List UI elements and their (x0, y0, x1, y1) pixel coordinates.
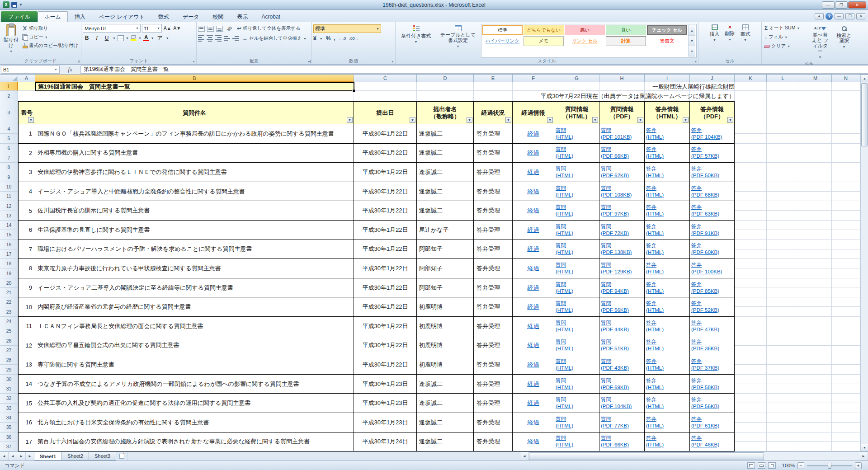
filter-dropdown-icon[interactable]: ▼ (505, 117, 511, 123)
question-pdf-link[interactable]: (PDF 138KB) (601, 249, 632, 256)
number-dialog-launcher-icon[interactable] (391, 60, 394, 63)
empty-cell[interactable] (832, 297, 860, 317)
empty-cell[interactable] (799, 124, 832, 144)
row-header-3[interactable]: 3 (0, 101, 18, 124)
cell-question-pdf-link[interactable]: 質問(PDF 69KB) (599, 375, 645, 394)
question-pdf-link[interactable]: 質問 (601, 242, 611, 249)
find-select-button[interactable]: 検索と 選択▼ (834, 24, 854, 61)
filter-dropdown-icon[interactable]: ▼ (637, 117, 643, 123)
cell-question-html-link[interactable]: 質問(HTML) (554, 375, 599, 394)
row-header-35[interactable]: 35 (0, 423, 18, 432)
cell-submitter[interactable]: 初鹿明博 (417, 297, 474, 317)
select-all-corner[interactable] (0, 75, 18, 82)
question-pdf-link[interactable]: (PDF 66KB) (601, 153, 629, 160)
progress-link[interactable]: 経過 (528, 207, 539, 215)
cell-style-bad[interactable]: 悪い (565, 25, 605, 35)
empty-cell[interactable] (474, 91, 513, 101)
cell-question-pdf-link[interactable]: 質問(PDF 66KB) (599, 144, 645, 163)
cell-date[interactable]: 平成30年1月23日 (354, 394, 417, 413)
column-header-H[interactable]: H (599, 75, 645, 82)
answer-html-link[interactable]: (HTML) (646, 326, 664, 333)
question-html-link[interactable]: (HTML) (556, 345, 573, 352)
empty-cell[interactable] (735, 144, 767, 163)
row-header-29[interactable]: 29 (0, 365, 18, 374)
autosum-button[interactable]: Σオート SUM▼ (763, 24, 807, 32)
question-pdf-link[interactable]: 質問 (601, 396, 611, 403)
cell-answer-pdf-link[interactable]: 答弁(PDF 56KB) (690, 394, 735, 413)
answer-html-link[interactable]: (HTML) (646, 211, 664, 217)
merge-center-button[interactable]: ↔セルを結合して中央揃え▼ (241, 35, 308, 42)
row-header-11[interactable]: 11 (0, 192, 18, 201)
answer-html-link[interactable]: 答弁 (646, 396, 656, 403)
cell-answer-html-link[interactable]: 答弁(HTML) (645, 240, 690, 259)
answer-pdf-link[interactable]: 答弁 (691, 127, 702, 134)
empty-cell[interactable] (735, 201, 767, 221)
normal-view-button[interactable] (747, 462, 755, 469)
cell-title[interactable]: 安倍総理の伊勢神宮参拝に関わるＬＩＮＥでの発信に関する質問主意書 (35, 163, 354, 182)
cell-answer-html-link[interactable]: 答弁(HTML) (645, 336, 690, 356)
cell-number[interactable]: 11 (18, 317, 35, 336)
row-header-21[interactable]: 21 (0, 288, 18, 297)
progress-link[interactable]: 経過 (528, 264, 539, 273)
answer-pdf-link[interactable]: 答弁 (691, 185, 702, 192)
cell-title[interactable]: 生活保護基準の見直しに関する質問主意書 (35, 221, 354, 240)
empty-cell[interactable] (735, 432, 767, 452)
progress-link[interactable]: 経過 (528, 245, 539, 253)
table-header-cell[interactable]: 質問件名▼ (35, 101, 354, 124)
empty-cell[interactable] (35, 91, 354, 101)
column-header-E[interactable]: E (474, 75, 513, 82)
answer-pdf-link[interactable]: 答弁 (691, 242, 702, 249)
answer-html-link[interactable]: 答弁 (646, 358, 656, 365)
question-pdf-link[interactable]: (PDF 129KB) (601, 268, 632, 275)
cell-progress[interactable]: 経過 (513, 182, 554, 202)
ribbon-tab-ホーム[interactable]: ホーム (38, 11, 68, 22)
empty-cell[interactable] (767, 240, 799, 259)
row-header-12[interactable]: 12 (0, 201, 18, 211)
answer-pdf-link[interactable]: 答弁 (691, 281, 702, 288)
cell-status[interactable]: 答弁受理 (474, 336, 513, 356)
align-left-icon[interactable] (198, 35, 204, 42)
format-cells-button[interactable]: 書式▼ (739, 23, 752, 58)
answer-html-link[interactable]: (HTML) (646, 172, 664, 179)
answer-pdf-link[interactable]: (PDF 47KB) (691, 326, 719, 333)
align-center-icon[interactable] (207, 35, 213, 42)
empty-cell[interactable] (799, 394, 832, 413)
empty-cell[interactable] (554, 82, 599, 91)
format-painter-button[interactable]: 書式のコピー/貼り付け (21, 42, 80, 49)
name-box[interactable]: B1▼ (1, 66, 60, 74)
progress-link[interactable]: 経過 (528, 322, 539, 330)
question-pdf-link[interactable]: 質問 (601, 320, 611, 326)
question-html-link[interactable]: 質問 (556, 185, 566, 192)
font-dialog-launcher-icon[interactable] (192, 60, 195, 63)
empty-cell[interactable] (799, 182, 832, 202)
progress-link[interactable]: 経過 (528, 284, 539, 292)
empty-cell[interactable] (645, 82, 690, 91)
answer-pdf-link[interactable]: 答弁 (691, 396, 702, 403)
cell-number[interactable]: 17 (18, 432, 35, 452)
filter-dropdown-icon[interactable]: ▼ (28, 117, 34, 123)
answer-html-link[interactable]: 答弁 (646, 377, 656, 384)
cell-answer-pdf-link[interactable]: 答弁(PDF 60KB) (690, 240, 735, 259)
cell-answer-pdf-link[interactable]: 答弁(PDF 52KB) (690, 297, 735, 317)
row-header-27[interactable]: 27 (0, 346, 18, 355)
bold-button[interactable]: B (83, 34, 91, 42)
empty-cell[interactable] (735, 240, 767, 259)
ribbon-tab-Acrobat[interactable]: Acrobat (255, 11, 287, 22)
column-header-G[interactable]: G (554, 75, 599, 82)
answer-html-link[interactable]: 答弁 (646, 338, 656, 345)
answer-html-link[interactable]: 答弁 (646, 185, 656, 192)
answer-pdf-link[interactable]: 答弁 (691, 416, 702, 423)
cell-progress[interactable]: 経過 (513, 413, 554, 432)
empty-cell[interactable] (354, 91, 417, 101)
row-header-18[interactable]: 18 (0, 259, 18, 268)
column-header-L[interactable]: L (767, 75, 799, 82)
comma-format-icon[interactable]: , (334, 35, 335, 42)
cell-answer-html-link[interactable]: 答弁(HTML) (645, 413, 690, 432)
empty-cell[interactable] (799, 163, 832, 182)
empty-cell[interactable] (832, 394, 860, 413)
cell-answer-html-link[interactable]: 答弁(HTML) (645, 259, 690, 278)
cell-submitter[interactable]: 逢坂誠二 (417, 413, 474, 432)
answer-pdf-link[interactable]: (PDF 50KB) (691, 172, 719, 179)
question-pdf-link[interactable]: (PDF 69KB) (601, 384, 629, 391)
cell-style-check[interactable]: チェック セル (647, 25, 687, 35)
